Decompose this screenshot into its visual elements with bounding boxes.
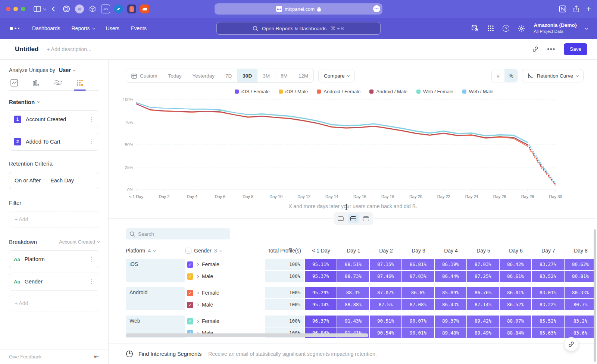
horizontal-scrollbar[interactable]	[126, 333, 368, 337]
mixpanel-logo[interactable]	[10, 27, 19, 30]
legend-item[interactable]: Android / Female	[317, 89, 360, 94]
table-search-input[interactable]	[138, 231, 220, 237]
percent-toggle[interactable]: %	[504, 69, 517, 82]
tab-flows[interactable]	[54, 79, 62, 87]
tab-retention[interactable]	[76, 79, 84, 87]
day-column-header[interactable]: Day 6	[500, 248, 532, 254]
range-custom[interactable]: Custom	[126, 69, 163, 82]
series-checkbox[interactable]: ✓	[187, 261, 193, 268]
add-filter-button[interactable]: + Add	[9, 211, 99, 228]
legend-item[interactable]: iOS / Female	[235, 89, 270, 94]
report-title[interactable]: Untitled	[15, 46, 38, 53]
reader-options-icon[interactable]: •••	[373, 5, 380, 12]
close-window-button[interactable]	[6, 7, 10, 11]
settings-gear-icon[interactable]	[518, 25, 525, 32]
day-column-header[interactable]: Day 5	[467, 248, 500, 254]
range-yesterday[interactable]: Yesterday	[187, 69, 221, 82]
criteria-card[interactable]: On or After Each Day	[9, 172, 99, 189]
share-icon[interactable]	[573, 5, 579, 13]
range-3m[interactable]: 3M	[257, 69, 275, 82]
extension-js-icon[interactable]: JS	[101, 4, 110, 13]
collapse-sidebar-icon[interactable]: ⇤	[94, 353, 99, 360]
segments-title[interactable]: Find Interesting Segments	[138, 351, 201, 357]
expand-row-icon[interactable]	[196, 291, 199, 294]
extension-m-icon[interactable]: m	[75, 4, 84, 13]
range-6m[interactable]: 6M	[275, 69, 293, 82]
expand-row-icon[interactable]	[196, 263, 199, 266]
expand-row-icon[interactable]	[196, 303, 199, 306]
retention-section-header[interactable]: Retention	[9, 99, 99, 105]
extension-target-icon[interactable]	[62, 4, 71, 13]
apps-grid-icon[interactable]	[487, 25, 494, 32]
back-icon[interactable]	[51, 6, 55, 12]
sidebar-toggle-icon[interactable]	[34, 6, 41, 12]
zoom-window-button[interactable]	[21, 7, 25, 11]
chevron-down-icon[interactable]	[43, 8, 46, 10]
nav-dashboards[interactable]: Dashboards	[32, 25, 60, 31]
help-icon[interactable]: ?	[503, 25, 509, 32]
vertical-scrollbar[interactable]	[594, 229, 596, 362]
share-report-button[interactable]	[564, 337, 578, 351]
breakdown-applies-to-select[interactable]: Account Created	[59, 239, 99, 245]
compare-button[interactable]: Compare	[318, 69, 355, 82]
legend-item[interactable]: Android / Male	[369, 89, 407, 94]
new-tab-icon[interactable]: +	[586, 5, 591, 13]
criteria-mode[interactable]: On or After	[15, 178, 41, 183]
day-column-header[interactable]: Day 3	[402, 248, 435, 254]
global-search[interactable]: Open Reports & Dashboards ⌘ + K	[216, 22, 381, 35]
day-column-header[interactable]: Day 7	[532, 248, 565, 254]
extension-pocket-icon[interactable]	[127, 4, 136, 13]
legend-item[interactable]: iOS / Male	[279, 89, 308, 94]
breakdown-gender[interactable]: Aa Gender ⋮	[9, 273, 99, 291]
day-column-header[interactable]: < 1 Day	[305, 248, 337, 254]
series-checkbox[interactable]: ✓	[187, 273, 193, 280]
select-all-checkbox[interactable]: —	[185, 248, 191, 254]
legend-item[interactable]: Web / Male	[462, 89, 494, 94]
notion-extension-icon[interactable]	[559, 5, 566, 13]
legend-item[interactable]: Web / Female	[416, 89, 453, 94]
address-bar[interactable]: mixpanel.com •••	[215, 3, 382, 15]
step-options-icon[interactable]: ⋮	[89, 138, 94, 145]
give-feedback-link[interactable]: Give Feedback	[9, 354, 41, 360]
minimize-window-button[interactable]	[13, 7, 18, 11]
nav-users[interactable]: Users	[106, 25, 120, 31]
extension-cube-icon[interactable]	[88, 4, 97, 13]
report-description-placeholder[interactable]: + Add description...	[47, 46, 91, 52]
expand-row-icon[interactable]	[196, 320, 199, 322]
add-breakdown-button[interactable]: + Add	[9, 295, 99, 311]
nav-events[interactable]: Events	[131, 25, 147, 31]
absolute-toggle[interactable]: #	[492, 69, 504, 82]
breakdown-options-icon[interactable]: ⋮	[89, 278, 94, 285]
analyze-entity-select[interactable]: User	[59, 67, 71, 73]
retention-step-1[interactable]: 1 Account Created ⋮	[9, 110, 99, 128]
gender-column-header[interactable]: — Gender3	[185, 248, 265, 254]
account-switcher[interactable]: Amazonia {Demo} All Project Data	[534, 22, 577, 34]
day-column-header[interactable]: Day 8	[565, 248, 597, 254]
expand-row-icon[interactable]	[196, 275, 199, 277]
table-only-view-button[interactable]	[360, 214, 372, 223]
breakdown-platform[interactable]: Aa Platform ⋮	[9, 250, 99, 268]
criteria-interval[interactable]: Each Day	[50, 178, 74, 183]
step-options-icon[interactable]: ⋮	[89, 116, 94, 123]
chart-only-view-button[interactable]	[335, 214, 346, 223]
breakdown-options-icon[interactable]: ⋮	[89, 256, 94, 263]
tab-insights[interactable]	[10, 79, 18, 87]
data-management-icon[interactable]	[471, 24, 479, 32]
day-column-header[interactable]: Day 4	[435, 248, 467, 254]
more-options-icon[interactable]: •••	[547, 46, 556, 53]
split-view-button[interactable]	[348, 214, 359, 223]
table-search[interactable]	[126, 228, 230, 239]
tab-funnels[interactable]	[32, 79, 40, 87]
series-checkbox[interactable]: ✓	[187, 318, 193, 324]
copy-link-icon[interactable]	[532, 46, 539, 53]
day-column-header[interactable]: Day 2	[370, 248, 402, 254]
extension-soundcloud-icon[interactable]	[140, 4, 149, 13]
day-column-header[interactable]: Day 1	[337, 248, 370, 254]
series-checkbox[interactable]: ✓	[187, 290, 193, 296]
series-checkbox[interactable]: ✓	[187, 302, 193, 308]
nav-reports[interactable]: Reports	[72, 25, 95, 31]
range-12m[interactable]: 12M	[293, 69, 313, 82]
save-button[interactable]: Save	[564, 43, 587, 55]
range-7d[interactable]: 7D	[220, 69, 237, 82]
extension-globe-icon[interactable]	[114, 4, 123, 13]
